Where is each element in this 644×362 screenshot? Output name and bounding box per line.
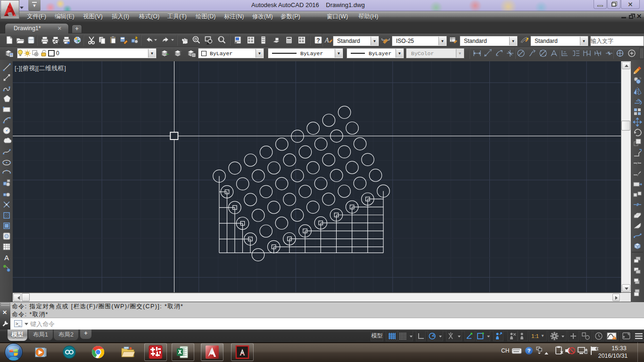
svg-text:A: A xyxy=(324,37,329,44)
svg-text:!: ! xyxy=(614,336,615,339)
svg-text:A: A xyxy=(4,254,9,262)
svg-text:?: ? xyxy=(316,37,320,44)
